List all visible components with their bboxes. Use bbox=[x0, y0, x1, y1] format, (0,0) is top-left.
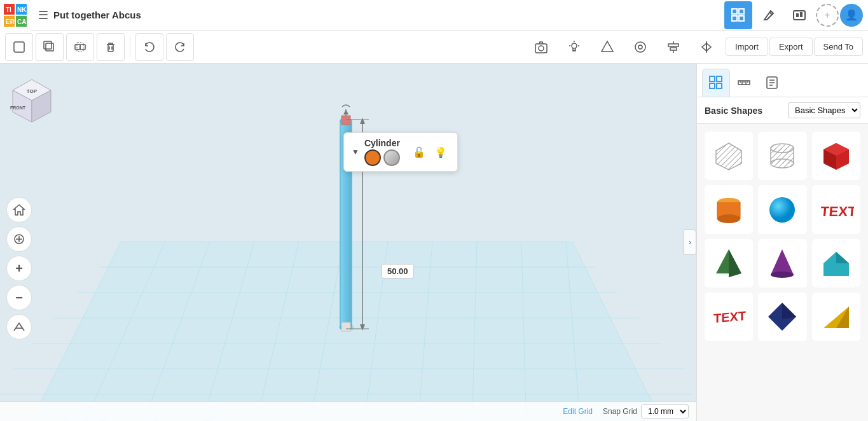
shape-item-text[interactable]: TEXT bbox=[812, 185, 860, 233]
toolbar-right: Import Export Send To bbox=[527, 33, 863, 61]
right-panel-tabs bbox=[697, 64, 868, 97]
svg-text:FRONT: FRONT bbox=[10, 106, 26, 110]
send-to-button[interactable]: Send To bbox=[814, 38, 863, 56]
hole-button[interactable] bbox=[626, 33, 654, 61]
svg-text:ER: ER bbox=[6, 18, 15, 25]
measurement-value: 50.00 bbox=[387, 266, 408, 276]
lock-icon-button[interactable]: 🔓 bbox=[410, 143, 428, 161]
shape-item-box-hole[interactable] bbox=[705, 132, 753, 180]
document-title[interactable]: Put together Abcus bbox=[53, 10, 141, 20]
svg-rect-9 bbox=[739, 9, 744, 14]
delete-button[interactable] bbox=[97, 33, 125, 61]
cone-icon bbox=[763, 244, 801, 282]
property-icons: 🔓 💡 bbox=[410, 143, 450, 161]
user-avatar[interactable]: 👤 bbox=[840, 4, 863, 27]
tab-ruler[interactable] bbox=[730, 69, 758, 97]
bottom-bar: Edit Grid Snap Grid 1.0 mm 0.5 mm 2.0 mm bbox=[0, 401, 696, 421]
hole-color-option[interactable] bbox=[383, 149, 400, 166]
roof-icon bbox=[817, 244, 855, 282]
view-cube-area: TOP FRONT bbox=[6, 76, 57, 139]
property-panel-content: Cylinder bbox=[364, 138, 400, 166]
shapes-category-dropdown[interactable]: Basic Shapes Letters Featured bbox=[788, 102, 860, 118]
zoom-in-button[interactable]: + bbox=[6, 256, 32, 281]
tab-notes[interactable] bbox=[758, 69, 786, 97]
visibility-icon-button[interactable]: 💡 bbox=[432, 143, 450, 161]
shape-item-cylinder[interactable] bbox=[705, 185, 753, 233]
svg-rect-88 bbox=[710, 76, 715, 81]
shape-menu-button[interactable] bbox=[593, 33, 621, 61]
svg-rect-8 bbox=[732, 9, 737, 14]
svg-rect-90 bbox=[710, 83, 715, 88]
shape-item-roof[interactable] bbox=[812, 239, 860, 287]
svg-point-27 bbox=[572, 43, 577, 48]
camera-button[interactable] bbox=[527, 33, 555, 61]
svg-marker-121 bbox=[729, 249, 741, 277]
align-button[interactable] bbox=[659, 33, 687, 61]
grid-view-button[interactable] bbox=[724, 1, 752, 29]
doc-title-area: ☰ Put together Abcus bbox=[31, 8, 724, 22]
shape-item-stl[interactable]: TEXT bbox=[705, 293, 753, 341]
svg-marker-32 bbox=[602, 41, 613, 52]
svg-rect-79 bbox=[341, 322, 350, 331]
copy-button[interactable] bbox=[36, 33, 64, 61]
svg-rect-78 bbox=[341, 116, 350, 125]
top-bar: TI NK ER CA ☰ Put together Abcus + 👤 bbox=[0, 0, 868, 31]
snap-grid-control: Snap Grid 1.0 mm 0.5 mm 2.0 mm bbox=[603, 404, 689, 418]
svg-point-33 bbox=[635, 42, 645, 52]
menu-icon[interactable]: ☰ bbox=[38, 8, 48, 22]
shape-item-box[interactable] bbox=[812, 132, 860, 180]
box-icon bbox=[817, 137, 855, 175]
svg-rect-35 bbox=[668, 44, 679, 46]
fit-view-button[interactable] bbox=[6, 226, 32, 252]
toolbar: Import Export Send To bbox=[0, 31, 868, 64]
shape-item-diamond[interactable] bbox=[758, 293, 806, 341]
canvas-area[interactable]: Workplane ▼ Cylinder 🔓 💡 50.00 › bbox=[0, 64, 696, 421]
shape-item-wedge[interactable] bbox=[812, 293, 860, 341]
simulate-button[interactable] bbox=[785, 1, 813, 29]
perspective-button[interactable] bbox=[6, 314, 32, 340]
toolbar-separator bbox=[130, 37, 130, 57]
group-button[interactable] bbox=[66, 33, 94, 61]
snap-grid-select[interactable]: 1.0 mm 0.5 mm 2.0 mm bbox=[641, 404, 689, 418]
workplane-grid: Workplane bbox=[0, 64, 696, 421]
cylinder-icon bbox=[710, 191, 748, 229]
mirror-button[interactable] bbox=[692, 33, 720, 61]
add-user-button[interactable]: + bbox=[816, 4, 839, 27]
left-controls: + − bbox=[6, 197, 32, 340]
user-icons: + 👤 bbox=[816, 4, 863, 27]
svg-rect-19 bbox=[75, 45, 80, 50]
top-right-icons: + 👤 bbox=[724, 1, 868, 29]
app-logo: TI NK ER CA bbox=[0, 0, 31, 31]
view-cube[interactable]: TOP FRONT bbox=[6, 76, 57, 134]
import-button[interactable]: Import bbox=[726, 38, 768, 56]
svg-text:TEXT: TEXT bbox=[713, 308, 747, 325]
svg-text:TOP: TOP bbox=[27, 88, 38, 94]
svg-rect-22 bbox=[108, 45, 113, 52]
undo-button[interactable] bbox=[135, 33, 163, 61]
shape-item-cone[interactable] bbox=[758, 239, 806, 287]
svg-point-115 bbox=[717, 214, 740, 223]
svg-rect-89 bbox=[717, 76, 722, 81]
home-button[interactable] bbox=[6, 197, 32, 223]
redo-button[interactable] bbox=[166, 33, 194, 61]
light-button[interactable] bbox=[560, 33, 588, 61]
shape-item-pyramid[interactable] bbox=[705, 239, 753, 287]
new-shape-button[interactable] bbox=[5, 33, 33, 61]
cylinder-hole-icon bbox=[763, 137, 801, 175]
tab-shapes[interactable] bbox=[702, 69, 730, 97]
box-hole-icon bbox=[710, 137, 748, 175]
svg-point-26 bbox=[539, 46, 544, 51]
svg-text:CA: CA bbox=[17, 18, 26, 25]
svg-rect-16 bbox=[14, 42, 24, 52]
svg-text:NK: NK bbox=[17, 6, 27, 13]
build-view-button[interactable] bbox=[755, 1, 783, 29]
expand-panel-button[interactable]: › bbox=[684, 230, 696, 255]
solid-color-option[interactable] bbox=[364, 149, 381, 166]
property-panel-collapse[interactable]: ▼ bbox=[352, 148, 359, 156]
export-button[interactable]: Export bbox=[769, 38, 813, 56]
shape-item-sphere[interactable] bbox=[758, 185, 806, 233]
svg-rect-20 bbox=[80, 45, 85, 50]
shape-item-cylinder-hole[interactable] bbox=[758, 132, 806, 180]
edit-grid-label[interactable]: Edit Grid bbox=[563, 407, 593, 416]
zoom-out-button[interactable]: − bbox=[6, 285, 32, 310]
